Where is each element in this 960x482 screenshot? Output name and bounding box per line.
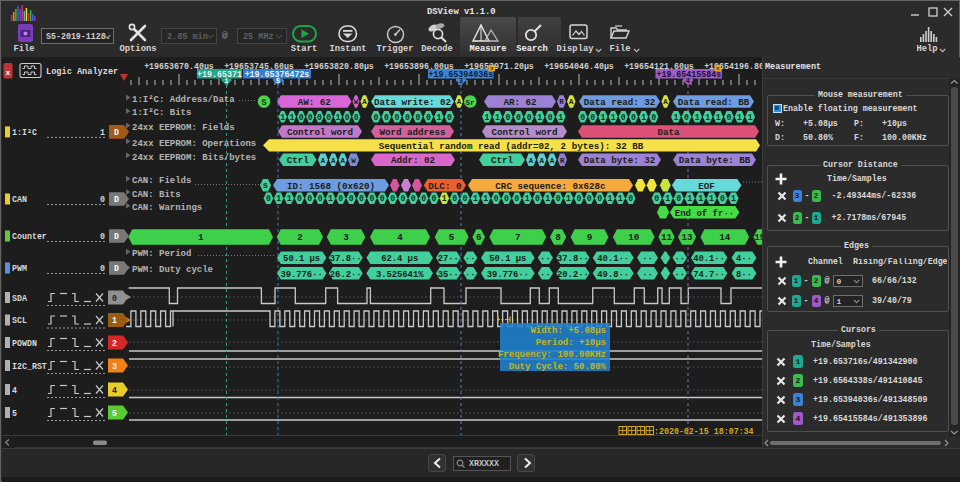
svg-text:1: 1	[611, 113, 616, 122]
svg-text:0: 0	[297, 194, 302, 203]
svg-text:1: 1	[737, 113, 742, 122]
svg-text:0: 0	[426, 113, 431, 122]
svg-text:1: 1	[287, 194, 292, 203]
svg-text:x: x	[6, 68, 11, 77]
svg-text:3: 3	[343, 232, 349, 243]
svg-text:0: 0	[447, 113, 452, 122]
svg-text:0: 0	[506, 113, 511, 122]
svg-text:x: x	[490, 65, 494, 72]
svg-text:1: 1	[716, 113, 721, 122]
svg-text:Addr: 02: Addr: 02	[391, 155, 435, 166]
svg-text:9: 9	[587, 232, 593, 243]
svg-text:1: 1	[709, 194, 714, 203]
svg-text:0: 0	[359, 194, 364, 203]
svg-text:DLC: 0: DLC: 0	[428, 181, 461, 192]
svg-text:0: 0	[349, 194, 354, 203]
svg-text:0: 0	[590, 113, 595, 122]
svg-text:Data write: 02: Data write: 02	[374, 97, 451, 108]
svg-text:0: 0	[299, 113, 304, 122]
svg-text:PWM: PWM	[12, 264, 27, 273]
svg-text:Logic Analyzer: Logic Analyzer	[46, 67, 118, 77]
svg-text:0: 0	[504, 194, 509, 203]
svg-text::2020-02-15 18:07:34: :2020-02-15 18:07:34	[654, 427, 754, 436]
svg-text:x: x	[716, 65, 720, 72]
svg-text:··: ··	[465, 270, 476, 280]
svg-text:1: 1	[665, 194, 670, 203]
svg-text:0: 0	[112, 294, 117, 303]
svg-text:62.4 μs: 62.4 μs	[381, 254, 418, 264]
svg-text:··: ··	[465, 254, 476, 264]
svg-text:0: 0	[354, 113, 359, 122]
svg-text:37.8··: 37.8··	[557, 254, 589, 264]
svg-text:Ctrl: Ctrl	[491, 155, 514, 166]
svg-text:CAN: Bits: CAN: Bits	[132, 190, 181, 200]
svg-text:Period: +10μs: Period: +10μs	[536, 338, 606, 348]
svg-text:Duty Cycle: 50.80%: Duty Cycle: 50.80%	[509, 362, 607, 372]
svg-text:0: 0	[100, 264, 105, 273]
svg-text:7: 7	[515, 232, 521, 243]
svg-text:CAN: CAN	[12, 195, 27, 204]
svg-text:1: 1	[698, 194, 703, 203]
svg-text:A: A	[529, 157, 534, 165]
svg-text:27··: 27··	[438, 254, 459, 264]
svg-text:0: 0	[100, 195, 105, 204]
svg-text:3: 3	[459, 78, 463, 85]
svg-text:1: 1	[280, 113, 285, 122]
svg-text:A: A	[321, 157, 326, 165]
svg-text:0: 0	[338, 194, 343, 203]
svg-text:0: 0	[308, 113, 313, 122]
svg-text:+19653820.80μs: +19653820.80μs	[304, 62, 374, 71]
svg-text:POWDN: POWDN	[12, 339, 37, 348]
svg-text:1: 1	[335, 113, 340, 122]
svg-text:50.1 μs: 50.1 μs	[489, 254, 526, 264]
svg-text:37.8··: 37.8··	[330, 254, 362, 264]
svg-text:0: 0	[684, 113, 689, 122]
svg-text:Control word: Control word	[287, 127, 353, 138]
svg-text:1: 1	[545, 194, 550, 203]
svg-text:+19.65376472s: +19.65376472s	[245, 70, 310, 79]
svg-text:PWM: Period: PWM: Period	[132, 249, 191, 259]
svg-text:0: 0	[405, 113, 410, 122]
svg-text:15: 15	[754, 232, 762, 243]
svg-text:0: 0	[654, 194, 659, 203]
svg-text:0: 0	[535, 194, 540, 203]
svg-text:A: A	[663, 98, 668, 106]
svg-text:0: 0	[326, 113, 331, 122]
svg-text:A: A	[550, 157, 555, 165]
svg-text:+19654046.40μs: +19654046.40μs	[544, 62, 614, 71]
svg-text:SDA: SDA	[12, 294, 27, 303]
svg-text:0: 0	[411, 194, 416, 203]
svg-text:1: 1	[641, 113, 646, 122]
svg-text:0: 0	[380, 194, 385, 203]
svg-text:6: 6	[476, 232, 482, 243]
svg-text:0: 0	[628, 194, 633, 203]
svg-text:··: ··	[540, 254, 551, 264]
svg-text:1: 1	[673, 113, 678, 122]
svg-text:··: ··	[675, 270, 686, 280]
svg-text:1: 1	[473, 194, 478, 203]
svg-text:0: 0	[400, 194, 405, 203]
svg-text:CAN: Fields: CAN: Fields	[132, 176, 191, 186]
svg-text:1: 1	[289, 113, 294, 122]
svg-text:8··: 8··	[736, 270, 752, 280]
svg-text:End of fr··: End of fr··	[675, 209, 734, 219]
svg-text:1: 1	[558, 113, 563, 122]
svg-text:1: 1	[731, 194, 736, 203]
svg-text:EOF: EOF	[698, 181, 715, 192]
svg-text:24xx EEPROM: Operations: 24xx EEPROM: Operations	[132, 139, 256, 149]
svg-text:0: 0	[587, 194, 592, 203]
svg-text:A: A	[331, 157, 336, 165]
svg-text:Counter: Counter	[12, 232, 47, 241]
svg-text:0: 0	[318, 194, 323, 203]
svg-text:0: 0	[556, 194, 561, 203]
svg-text:1:I²C: Bits: 1:I²C: Bits	[132, 108, 191, 118]
svg-text:A: A	[457, 98, 462, 106]
svg-text:4··: 4··	[736, 254, 752, 264]
svg-text:0: 0	[452, 194, 457, 203]
svg-text:Ctrl: Ctrl	[287, 155, 310, 166]
svg-text:Data: Data	[657, 127, 680, 138]
svg-text:0: 0	[631, 113, 636, 122]
svg-text:5: 5	[449, 232, 455, 243]
svg-text:4: 4	[397, 232, 403, 243]
svg-text:0: 0	[720, 194, 725, 203]
